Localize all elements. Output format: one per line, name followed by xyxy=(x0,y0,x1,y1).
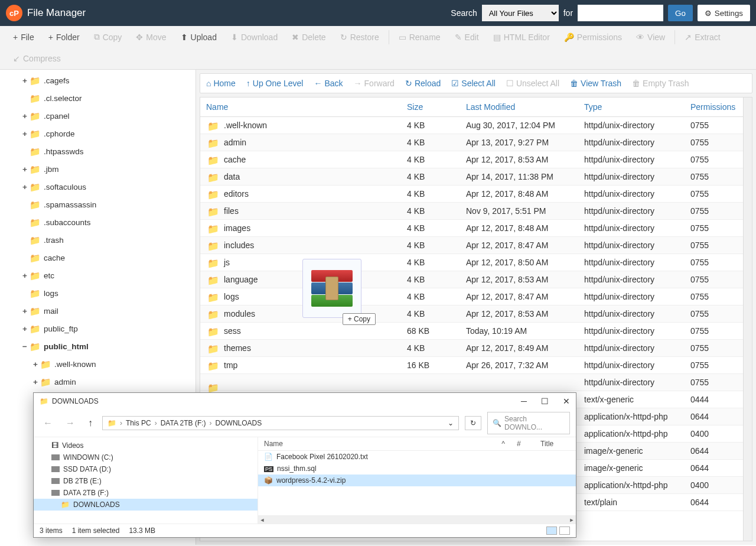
tree-item[interactable]: +📁.cphorde xyxy=(0,125,195,143)
restore-button[interactable]: ↻Restore xyxy=(333,27,386,48)
table-row[interactable]: 📁cache4 KBApr 12, 2017, 8:53 AMhttpd/uni… xyxy=(200,151,752,168)
explorer-file-row[interactable]: 📄Facebook Pixel 26102020.txt xyxy=(258,451,576,463)
tree-item[interactable]: +📁public_ftp xyxy=(0,320,195,338)
details-view-button[interactable] xyxy=(546,526,557,535)
tree-item[interactable]: +📁mail xyxy=(0,303,195,320)
scrollbar[interactable] xyxy=(743,98,752,541)
table-row[interactable]: 📁tmp16 KBApr 26, 2017, 7:32 AMhttpd/unix… xyxy=(200,357,752,374)
table-row[interactable]: 📁js4 KBApr 12, 2017, 8:50 AMhttpd/unix-d… xyxy=(200,254,752,271)
select-all-button[interactable]: ☑Select All xyxy=(451,79,496,88)
table-row[interactable]: 📁sess68 KBToday, 10:19 AMhttpd/unix-dire… xyxy=(200,323,752,340)
col-perms[interactable]: Permissions xyxy=(685,98,752,117)
breadcrumb[interactable]: 📁 › This PC› DATA 2TB (F:)› DOWNLOADS ⌄ xyxy=(102,416,459,430)
search-scope-select[interactable]: All Your Files xyxy=(482,5,559,21)
table-row[interactable]: 📁admin4 KBApr 13, 2017, 9:27 PMhttpd/uni… xyxy=(200,134,752,151)
explorer-title: DOWNLOADS xyxy=(52,397,99,405)
col-title[interactable]: Title xyxy=(540,440,570,448)
table-row[interactable]: 📁themes4 KBApr 12, 2017, 8:49 AMhttpd/un… xyxy=(200,340,752,357)
refresh-button[interactable]: ↻ xyxy=(465,416,481,430)
explorer-tree-item[interactable]: WINDOWN (C:) xyxy=(34,451,258,463)
html-editor-button[interactable]: ▤HTML Editor xyxy=(486,27,557,48)
tree-item[interactable]: 📁.cl.selector xyxy=(0,90,195,108)
close-button[interactable]: ✕ xyxy=(563,396,570,406)
tree-item[interactable]: 📁.trash xyxy=(0,232,195,249)
home-button[interactable]: ⌂Home xyxy=(206,79,236,88)
file-button[interactable]: +File xyxy=(6,27,41,48)
col-num[interactable]: # xyxy=(517,440,540,448)
go-button[interactable]: Go xyxy=(668,5,693,21)
tree-item[interactable]: 📁.spamassassin xyxy=(0,196,195,214)
view-button[interactable]: 👁View xyxy=(629,27,672,48)
maximize-button[interactable]: ☐ xyxy=(541,396,549,406)
tree-item[interactable]: +📁.jbm xyxy=(0,161,195,178)
explorer-tree-item[interactable]: DB 2TB (E:) xyxy=(34,475,258,487)
download-button[interactable]: ⬇Download xyxy=(224,27,285,48)
col-type[interactable]: Type xyxy=(578,98,685,117)
icons-view-button[interactable] xyxy=(559,526,570,535)
tree-item[interactable]: +📁.cagefs xyxy=(0,72,195,90)
back-button[interactable]: ←Back xyxy=(314,79,343,88)
tree-item[interactable]: +📁etc xyxy=(0,267,195,285)
explorer-tree-item[interactable]: SSD DATA (D:) xyxy=(34,463,258,475)
explorer-tree-item[interactable]: 📁DOWNLOADS xyxy=(34,499,258,511)
table-row[interactable]: 📁editors4 KBApr 12, 2017, 8:48 AMhttpd/u… xyxy=(200,186,752,203)
compress-button[interactable]: ↙Compress xyxy=(6,48,68,69)
gear-icon: ⚙ xyxy=(705,9,712,18)
move-button[interactable]: ✥Move xyxy=(129,27,173,48)
tree-item[interactable]: +📁.well-known xyxy=(0,356,195,373)
minimize-button[interactable]: ─ xyxy=(521,396,527,406)
tree-item[interactable]: +📁admin xyxy=(0,373,195,391)
tree-item[interactable]: +📁.softaculous xyxy=(0,178,195,196)
table-row[interactable]: 📁data4 KBApr 14, 2017, 11:38 PMhttpd/uni… xyxy=(200,168,752,186)
tree-item[interactable]: 📁cache xyxy=(0,249,195,267)
upload-button[interactable]: ⬆Upload xyxy=(174,27,224,48)
back-button[interactable]: ← xyxy=(40,417,56,430)
explorer-file-row[interactable]: 📦wordpress-5.4.2-vi.zip xyxy=(258,474,576,486)
extract-button[interactable]: ↗Extract xyxy=(677,27,728,48)
rename-button[interactable]: ▭Rename xyxy=(392,27,448,48)
col-modified[interactable]: Last Modified xyxy=(460,98,578,117)
table-row[interactable]: 📁includes4 KBApr 12, 2017, 8:47 AMhttpd/… xyxy=(200,237,752,254)
tree-item[interactable]: 📁.htpasswds xyxy=(0,143,195,161)
for-label: for xyxy=(563,8,573,18)
search-input[interactable] xyxy=(578,5,663,21)
table-row[interactable]: 📁images4 KBApr 12, 2017, 8:48 AMhttpd/un… xyxy=(200,220,752,237)
tree-item[interactable]: 📁.subaccounts xyxy=(0,214,195,232)
table-row[interactable]: 📁files4 KBNov 9, 2017, 5:51 PMhttpd/unix… xyxy=(200,203,752,220)
folder-button[interactable]: +Folder xyxy=(41,27,87,48)
copy-button[interactable]: ⧉Copy xyxy=(87,26,129,48)
col-size[interactable]: Size xyxy=(401,98,460,117)
windows-explorer[interactable]: 📁 DOWNLOADS ─ ☐ ✕ ← → ↑ 📁 › This PC› DAT… xyxy=(33,392,576,538)
h-scrollbar[interactable]: ◄► xyxy=(258,515,576,524)
table-row[interactable]: 📁language4 KBApr 12, 2017, 8:53 AMhttpd/… xyxy=(200,271,752,288)
explorer-titlebar[interactable]: 📁 DOWNLOADS ─ ☐ ✕ xyxy=(34,393,576,410)
table-row[interactable]: 📁.well-known4 KBAug 30, 2017, 12:04 PMht… xyxy=(200,117,752,134)
forward-button[interactable]: → xyxy=(62,417,79,430)
col-name[interactable]: Name xyxy=(200,98,401,117)
explorer-search[interactable]: 🔍Search DOWNLO... xyxy=(487,412,570,434)
unselect-all-button[interactable]: ☐Unselect All xyxy=(506,79,559,88)
explorer-file-row[interactable]: PSnssi_thm.sql xyxy=(258,463,576,474)
forward-button[interactable]: →Forward xyxy=(354,79,395,88)
edit-button[interactable]: ✎Edit xyxy=(448,27,486,48)
tree-item[interactable]: +📁.cpanel xyxy=(0,108,195,125)
explorer-files[interactable]: Name ^ # Title 📄Facebook Pixel 26102020.… xyxy=(258,437,576,524)
delete-button[interactable]: ✖Delete xyxy=(285,27,333,48)
explorer-tree[interactable]: 🎞VideosWINDOWN (C:)SSD DATA (D:)DB 2TB (… xyxy=(34,437,258,524)
table-row[interactable]: 📁logs4 KBApr 12, 2017, 8:47 AMhttpd/unix… xyxy=(200,288,752,306)
empty-trash-button[interactable]: 🗑Empty Trash xyxy=(632,79,689,88)
permissions-button[interactable]: 🔑Permissions xyxy=(557,27,629,48)
explorer-tree-item[interactable]: 🎞Videos xyxy=(34,440,258,451)
tree-item[interactable]: −📁public_html xyxy=(0,338,195,356)
explorer-tree-item[interactable]: DATA 2TB (F:) xyxy=(34,487,258,499)
up-button[interactable]: ↑ xyxy=(84,417,96,430)
reload-button[interactable]: ↻Reload xyxy=(405,79,441,88)
settings-button[interactable]: ⚙Settings xyxy=(698,5,750,21)
chevron-down-icon[interactable]: ⌄ xyxy=(448,419,454,427)
up-one-level-button[interactable]: ↑Up One Level xyxy=(246,79,304,88)
col-name[interactable]: Name ^ xyxy=(264,440,517,448)
tree-item[interactable]: 📁logs xyxy=(0,285,195,303)
view-trash-button[interactable]: 🗑View Trash xyxy=(570,79,621,88)
table-row[interactable]: 📁httpd/unix-directory0755 xyxy=(200,374,752,391)
table-row[interactable]: 📁modules4 KBApr 12, 2017, 8:53 AMhttpd/u… xyxy=(200,306,752,323)
